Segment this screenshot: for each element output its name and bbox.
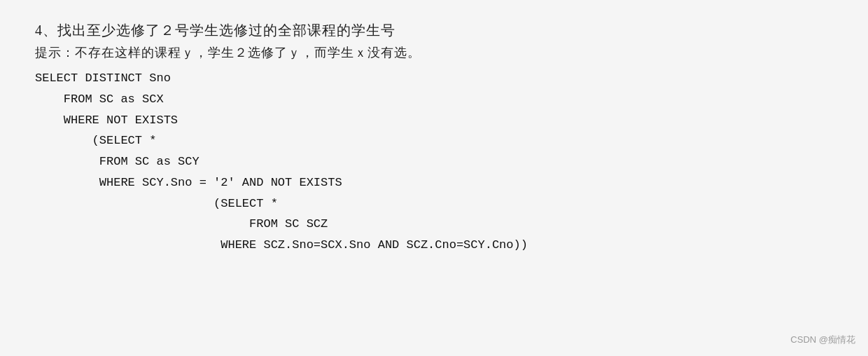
code-line-7: (SELECT * xyxy=(35,193,833,214)
code-line-4: (SELECT * xyxy=(35,130,833,151)
code-line-9: WHERE SCZ.Sno=SCX.Sno AND SCZ.Cno=SCY.Cn… xyxy=(35,235,833,256)
page-container: 4、找出至少选修了２号学生选修过的全部课程的学生号 提示：不存在这样的课程ｙ，学… xyxy=(0,0,868,356)
code-line-6: WHERE SCY.Sno = '2' AND NOT EXISTS xyxy=(35,172,833,193)
code-line-2: FROM SC as SCX xyxy=(35,89,833,110)
title: 4、找出至少选修了２号学生选修过的全部课程的学生号 xyxy=(35,21,833,40)
code-line-3: WHERE NOT EXISTS xyxy=(35,110,833,131)
code-block: SELECT DISTINCT Sno FROM SC as SCX WHERE… xyxy=(35,68,833,256)
code-line-8: FROM SC SCZ xyxy=(35,214,833,235)
code-line-5: FROM SC as SCY xyxy=(35,151,833,172)
hint: 提示：不存在这样的课程ｙ，学生２选修了ｙ，而学生ｘ没有选。 xyxy=(35,44,833,61)
watermark: CSDN @痴情花 xyxy=(790,334,855,346)
code-line-1: SELECT DISTINCT Sno xyxy=(35,68,833,89)
